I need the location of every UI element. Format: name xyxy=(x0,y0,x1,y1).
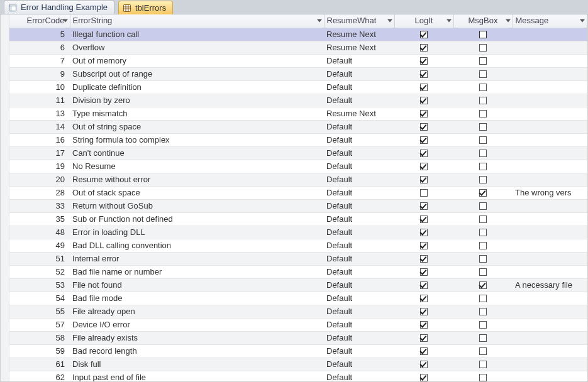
checkbox-msgbox[interactable] xyxy=(479,321,487,329)
cell-msgbox[interactable] xyxy=(453,186,513,199)
cell-logit[interactable] xyxy=(394,226,453,239)
checkbox-logit[interactable] xyxy=(420,255,428,263)
cell-msgbox[interactable] xyxy=(453,226,513,239)
checkbox-logit[interactable] xyxy=(420,189,428,197)
cell-logit[interactable] xyxy=(394,54,453,67)
checkbox-msgbox[interactable] xyxy=(479,163,487,170)
table-row[interactable]: 7Out of memoryDefault xyxy=(9,54,587,67)
cell-message[interactable] xyxy=(513,331,587,344)
cell-code[interactable]: 57 xyxy=(9,318,70,331)
cell-msgbox[interactable] xyxy=(453,212,513,226)
table-row[interactable]: 53File not foundDefaultA necessary file xyxy=(9,278,587,292)
cell-message[interactable]: The wrong vers xyxy=(513,186,587,199)
column-header-err[interactable]: ErrorString xyxy=(70,14,324,28)
cell-err[interactable]: Overflow xyxy=(70,41,324,54)
checkbox-msgbox[interactable] xyxy=(479,176,487,183)
checkbox-logit[interactable] xyxy=(420,268,428,276)
cell-resume[interactable]: Resume Next xyxy=(324,41,394,54)
cell-err[interactable]: Out of string space xyxy=(70,120,324,133)
checkbox-msgbox[interactable] xyxy=(479,281,487,289)
column-header-code[interactable]: ErrorCode xyxy=(9,14,70,28)
cell-code[interactable]: 17 xyxy=(9,146,70,160)
table-row[interactable]: 48Error in loading DLLDefault xyxy=(9,226,587,239)
cell-code[interactable]: 28 xyxy=(9,186,70,199)
cell-code[interactable]: 14 xyxy=(9,120,70,133)
cell-msgbox[interactable] xyxy=(453,67,513,80)
cell-logit[interactable] xyxy=(394,252,453,265)
cell-code[interactable]: 16 xyxy=(9,133,70,146)
cell-err[interactable]: Input past end of file xyxy=(70,371,324,381)
cell-err[interactable]: Return without GoSub xyxy=(70,199,324,212)
column-header-message[interactable]: Message xyxy=(513,14,587,28)
cell-code[interactable]: 55 xyxy=(9,305,70,318)
cell-msgbox[interactable] xyxy=(453,357,513,371)
cell-message[interactable] xyxy=(513,67,587,80)
cell-code[interactable]: 52 xyxy=(9,265,70,278)
cell-err[interactable]: Bad DLL calling convention xyxy=(70,239,324,252)
cell-msgbox[interactable] xyxy=(453,94,513,107)
cell-message[interactable] xyxy=(513,28,587,41)
cell-resume[interactable]: Default xyxy=(324,160,394,173)
cell-err[interactable]: Can't continue xyxy=(70,146,324,160)
cell-code[interactable]: 13 xyxy=(9,107,70,120)
cell-logit[interactable] xyxy=(394,212,453,226)
checkbox-logit[interactable] xyxy=(420,374,428,381)
cell-logit[interactable] xyxy=(394,160,453,173)
checkbox-logit[interactable] xyxy=(420,84,428,91)
cell-msgbox[interactable] xyxy=(453,28,513,41)
checkbox-logit[interactable] xyxy=(420,176,428,183)
cell-code[interactable]: 5 xyxy=(9,28,70,41)
checkbox-msgbox[interactable] xyxy=(479,216,487,223)
cell-resume[interactable]: Default xyxy=(324,80,394,94)
cell-message[interactable] xyxy=(513,146,587,160)
cell-msgbox[interactable] xyxy=(453,278,513,292)
cell-message[interactable] xyxy=(513,94,587,107)
table-row[interactable]: 16String formula too complexDefault xyxy=(9,133,587,146)
cell-message[interactable] xyxy=(513,318,587,331)
cell-err[interactable]: Out of stack space xyxy=(70,186,324,199)
table-row[interactable]: 35Sub or Function not definedDefault xyxy=(9,212,587,226)
table-row[interactable]: 14Out of string spaceDefault xyxy=(9,120,587,133)
cell-message[interactable] xyxy=(513,305,587,318)
cell-logit[interactable] xyxy=(394,133,453,146)
cell-msgbox[interactable] xyxy=(453,292,513,305)
checkbox-msgbox[interactable] xyxy=(479,150,487,157)
cell-resume[interactable]: Resume Next xyxy=(324,107,394,120)
cell-msgbox[interactable] xyxy=(453,120,513,133)
checkbox-logit[interactable] xyxy=(420,321,428,329)
cell-message[interactable] xyxy=(513,41,587,54)
cell-msgbox[interactable] xyxy=(453,265,513,278)
checkbox-msgbox[interactable] xyxy=(479,84,487,91)
cell-msgbox[interactable] xyxy=(453,318,513,331)
cell-resume[interactable]: Default xyxy=(324,186,394,199)
cell-message[interactable] xyxy=(513,292,587,305)
checkbox-logit[interactable] xyxy=(420,308,428,315)
cell-message[interactable] xyxy=(513,173,587,186)
cell-message[interactable] xyxy=(513,371,587,381)
chevron-down-icon[interactable] xyxy=(506,19,511,23)
cell-message[interactable] xyxy=(513,344,587,357)
cell-err[interactable]: Bad record length xyxy=(70,344,324,357)
column-header-resume[interactable]: ResumeWhat xyxy=(324,14,394,28)
cell-err[interactable]: Error in loading DLL xyxy=(70,226,324,239)
cell-logit[interactable] xyxy=(394,371,453,381)
cell-resume[interactable]: Default xyxy=(324,344,394,357)
cell-message[interactable] xyxy=(513,160,587,173)
cell-code[interactable]: 59 xyxy=(9,344,70,357)
cell-code[interactable]: 7 xyxy=(9,54,70,67)
cell-resume[interactable]: Default xyxy=(324,199,394,212)
checkbox-logit[interactable] xyxy=(420,202,428,210)
cell-logit[interactable] xyxy=(394,41,453,54)
cell-msgbox[interactable] xyxy=(453,160,513,173)
checkbox-msgbox[interactable] xyxy=(479,361,487,368)
cell-code[interactable]: 58 xyxy=(9,331,70,344)
table-row[interactable]: 52Bad file name or numberDefault xyxy=(9,265,587,278)
cell-resume[interactable]: Default xyxy=(324,331,394,344)
cell-resume[interactable]: Default xyxy=(324,265,394,278)
cell-logit[interactable] xyxy=(394,186,453,199)
cell-err[interactable]: Subscript out of range xyxy=(70,67,324,80)
column-header-msgbox[interactable]: MsgBox xyxy=(453,14,513,28)
cell-message[interactable] xyxy=(513,265,587,278)
chevron-down-icon[interactable] xyxy=(387,19,392,23)
checkbox-msgbox[interactable] xyxy=(479,97,487,104)
